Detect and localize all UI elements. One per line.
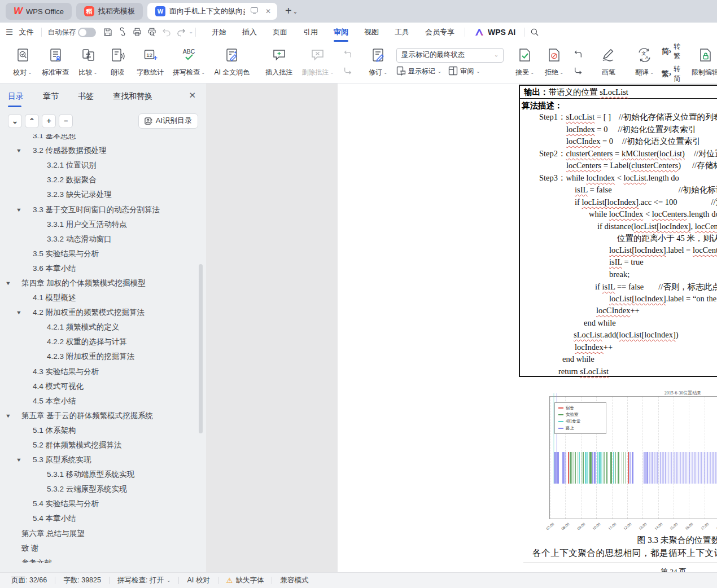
toc-item[interactable]: 4.5 本章小结 (0, 394, 206, 409)
拒绝-button[interactable]: 拒绝⌄ (540, 45, 569, 80)
toc-item[interactable]: 5.2 群体频繁模式挖掘算法 (0, 438, 206, 453)
toc-item[interactable]: 3.3.1 用户交互活动特点 (0, 217, 206, 232)
toc-item[interactable]: 3.2.3 缺失记录处理 (0, 187, 206, 202)
panel-tab-查找和替换[interactable]: 查找和替换 (113, 89, 152, 104)
toc-zoom-in-button[interactable]: ＋ (42, 114, 56, 128)
toc-item[interactable]: 3.1 基本思想 (0, 134, 206, 143)
menu-item-开始[interactable]: 开始 (204, 23, 234, 42)
close-tab-icon[interactable]: ✕ (264, 7, 273, 15)
插入批注-button[interactable]: 插入批注 (261, 45, 297, 80)
panel-scrollbar[interactable] (199, 264, 203, 433)
拼写检查-button[interactable]: ABC拼写检查⌄ (168, 45, 210, 80)
menu-item-审阅[interactable]: 审阅 (326, 23, 356, 42)
审阅-button[interactable]: 审阅⌄ (448, 66, 480, 77)
panel-tab-章节[interactable]: 章节 (43, 89, 59, 104)
toc-item[interactable]: 4.1 模型概述 (0, 291, 206, 305)
画笔-button[interactable]: 画笔 (594, 45, 623, 80)
menu-item-会员专享[interactable]: 会员专享 (417, 23, 462, 42)
toc-collapse-button[interactable]: ⌄ (8, 114, 22, 128)
share-icon[interactable] (115, 25, 130, 39)
redo-icon[interactable] (174, 25, 189, 39)
status-spellcheck[interactable]: 拼写检查: 打开 ⌄ (110, 576, 179, 585)
toc-item[interactable]: 5.4 本章小结 (0, 511, 206, 526)
转简-button[interactable]: 繁›转简 (662, 64, 680, 84)
menu-item-视图[interactable]: 视图 (356, 23, 387, 42)
menu-item-插入[interactable]: 插入 (234, 23, 265, 42)
AI 全文润色-button[interactable]: AI 全文润色 (210, 45, 255, 80)
toc-item[interactable]: 3.6 本章小结 (0, 261, 206, 276)
print-icon[interactable] (130, 25, 145, 39)
转繁-button[interactable]: 简›转繁 (662, 42, 680, 61)
toc-expand-arrow-icon[interactable]: ▼ (5, 280, 11, 286)
menu-item-工具[interactable]: 工具 (387, 23, 417, 42)
标准审查-button[interactable]: 标准审查 (37, 45, 73, 80)
toc-item[interactable]: 参考文献 (0, 556, 206, 563)
toc-item[interactable]: 3.2.2 数据聚合 (0, 173, 206, 187)
toc-expand-arrow-icon[interactable]: ▼ (5, 413, 11, 419)
status-word-count[interactable]: 字数: 39825 (55, 576, 109, 585)
toc-item[interactable]: 5.1 体系架构 (0, 423, 206, 438)
toc-item[interactable]: 3.2.1 位置识别 (0, 158, 206, 173)
toc-zoom-out-button[interactable]: － (59, 114, 73, 128)
比较-button[interactable]: 比较⌄ (73, 45, 103, 80)
toc-expand-arrow-icon[interactable]: ▼ (16, 310, 22, 315)
修订-button[interactable]: 修订⌄ (364, 45, 393, 80)
toc-item[interactable]: ▼3.2 传感器数据预处理 (0, 143, 206, 158)
wps-ai-button[interactable]: WPS AI (467, 28, 522, 37)
markup-state-select[interactable]: 显示标记的最终状态⌄ (396, 48, 504, 63)
toc-item[interactable]: 5.3.2 云端原型系统实现 (0, 482, 206, 497)
panel-close-icon[interactable]: ✕ (189, 90, 196, 100)
prev-comment-button[interactable] (341, 49, 355, 60)
toc-item[interactable]: ▼3.3 基于交互时间窗口的动态分割算法 (0, 202, 206, 217)
menu-item-引用[interactable]: 引用 (295, 23, 326, 42)
panel-tab-书签[interactable]: 书签 (78, 89, 94, 104)
toc-item[interactable]: 4.3 实验结果与分析 (0, 365, 206, 379)
menu-item-页面[interactable]: 页面 (265, 23, 295, 42)
search-icon[interactable] (527, 25, 542, 39)
quickbar-more-chevron-icon[interactable]: ⌄ (189, 30, 193, 34)
字数统计-button[interactable]: 12字数统计 (132, 45, 168, 80)
删除批注-button[interactable]: 删除批注⌄ (297, 45, 339, 80)
tab-docer-template[interactable]: 稻 找稻壳模板 (76, 3, 143, 20)
接受-button[interactable]: 接受⌄ (510, 45, 540, 80)
next-change-button[interactable] (571, 65, 585, 76)
tab-document[interactable]: W 面向手机上下文的纵向多源数 ✕ (147, 3, 277, 20)
print-preview-icon[interactable] (145, 25, 159, 39)
status-compat-mode[interactable]: 兼容模式 (272, 576, 316, 585)
tab-wps-office[interactable]: W WPS Office (6, 3, 72, 20)
toc-item[interactable]: 致 谢 (0, 541, 206, 556)
split-window-icon[interactable] (249, 7, 260, 15)
toc-expand-button[interactable]: ⌃ (25, 114, 39, 128)
toc-expand-arrow-icon[interactable]: ▼ (16, 207, 22, 213)
autosave-toggle[interactable] (78, 28, 96, 37)
显示标记-button[interactable]: 显示标记⌄ (396, 66, 442, 77)
new-tab-icon[interactable]: + (285, 5, 292, 17)
toc-expand-arrow-icon[interactable]: ▼ (16, 148, 22, 153)
document-area[interactable]: 输出：带语义的位置 sLocList 算法描述： Step1：sLocList … (206, 84, 717, 572)
next-comment-button[interactable] (341, 65, 355, 76)
toc-item[interactable]: 4.2.3 附加权重的挖掘算法 (0, 349, 206, 364)
tab-list-chevron-icon[interactable]: ⌄ (293, 8, 298, 15)
限制编辑-button[interactable]: 限制编辑 (687, 45, 717, 80)
toc-expand-arrow-icon[interactable]: ▼ (16, 457, 22, 463)
toc-item[interactable]: ▼第四章 加权的个体频繁模式挖掘模型 (0, 276, 206, 291)
status-ai-proof[interactable]: AI 校对 (179, 576, 217, 585)
朗读-button[interactable]: 朗读 (103, 45, 132, 80)
toc-item[interactable]: 3.5 实验结果与分析 (0, 247, 206, 261)
hamburger-icon[interactable]: ☰ (0, 27, 19, 37)
toc-item[interactable]: 第六章 总结与展望 (0, 526, 206, 541)
toc-item[interactable]: 5.4 实验结果与分析 (0, 497, 206, 511)
toc-item[interactable]: 4.2.2 权重的选择与计算 (0, 335, 206, 349)
file-menu[interactable]: 文件 (19, 27, 39, 37)
toc-item[interactable]: ▼第五章 基于云的群体频繁模式挖掘系统 (0, 409, 206, 423)
toc-item[interactable]: 3.3.2 动态滑动窗口 (0, 232, 206, 247)
prev-change-button[interactable] (571, 49, 585, 60)
toc-item[interactable]: 4.2.1 频繁模式的定义 (0, 320, 206, 335)
save-icon[interactable] (100, 25, 115, 39)
undo-icon[interactable] (159, 25, 174, 39)
status-missing-font[interactable]: ⚠ 缺失字体 (218, 576, 272, 585)
panel-tab-目录[interactable]: 目录 (8, 89, 24, 104)
toc-item[interactable]: ▼4.2 附加权重的频繁模式挖掘算法 (0, 305, 206, 320)
校对-button[interactable]: 校对⌄ (8, 45, 37, 80)
ai-recognize-toc-button[interactable]: AI识别目录 (138, 113, 198, 129)
